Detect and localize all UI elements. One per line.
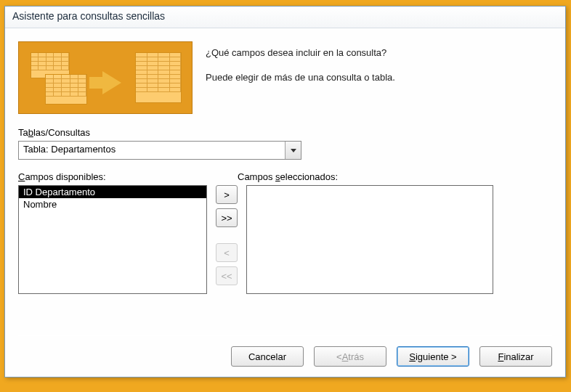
remove-button: <: [216, 243, 238, 262]
intro-line2: Puede elegir de más de una consulta o ta…: [206, 70, 395, 85]
add-button[interactable]: >: [216, 185, 238, 204]
separator: [18, 335, 552, 336]
fields-row: ID DepartamentoNombre > >> < <<: [18, 185, 552, 294]
finish-button[interactable]: Finalizar: [479, 346, 552, 367]
intro-line1: ¿Qué campos desea incluir en la consulta…: [206, 46, 395, 60]
wizard-illustration: [18, 41, 193, 114]
add-all-button[interactable]: >>: [216, 208, 238, 227]
arrow-icon: [102, 71, 121, 94]
list-item[interactable]: Nombre: [19, 198, 206, 211]
list-labels: Campos disponibles: Campos seleccionados…: [18, 171, 552, 182]
next-button[interactable]: Siguiente >: [397, 346, 469, 367]
titlebar: Asistente para consultas sencillas: [5, 7, 565, 28]
tables-combobox-value: Tabla: Departamentos: [19, 142, 285, 159]
wizard-dialog: Asistente para consultas sencillas ¿Qué …: [4, 6, 566, 377]
remove-all-button: <<: [216, 266, 238, 285]
cancel-button[interactable]: Cancelar: [231, 346, 304, 367]
footer-buttons: Cancelar < Atrás Siguiente > Finalizar: [231, 346, 552, 367]
tables-combobox[interactable]: Tabla: Departamentos: [18, 141, 301, 160]
selected-fields-listbox[interactable]: [246, 185, 493, 294]
list-item[interactable]: ID Departamento: [19, 186, 206, 198]
back-button: < Atrás: [314, 346, 386, 367]
tables-label: Tablas/Consultas: [18, 127, 552, 138]
intro-row: ¿Qué campos desea incluir en la consulta…: [18, 41, 552, 114]
dialog-client: ¿Qué campos desea incluir en la consulta…: [5, 28, 565, 377]
move-buttons: > >> < <<: [216, 185, 238, 294]
dialog-title: Asistente para consultas sencillas: [12, 10, 165, 22]
available-fields-listbox[interactable]: ID DepartamentoNombre: [18, 185, 207, 294]
chevron-down-icon[interactable]: [285, 142, 301, 159]
svg-marker-0: [291, 149, 296, 152]
intro-text: ¿Qué campos desea incluir en la consulta…: [206, 41, 395, 114]
